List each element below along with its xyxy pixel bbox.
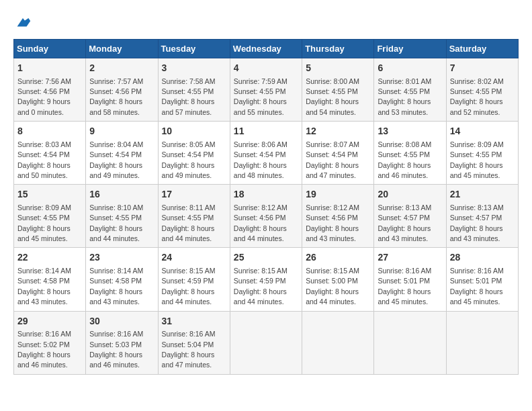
day-number: 18 bbox=[234, 188, 298, 201]
calendar-cell: 9Sunrise: 8:04 AMSunset: 4:54 PMDaylight… bbox=[86, 122, 158, 185]
calendar-cell: 18Sunrise: 8:12 AMSunset: 4:56 PMDayligh… bbox=[230, 185, 302, 248]
calendar-cell: 7Sunrise: 8:02 AMSunset: 4:55 PMDaylight… bbox=[446, 58, 518, 122]
logo bbox=[13, 13, 35, 32]
weekday-header-row: SundayMondayTuesdayWednesdayThursdayFrid… bbox=[14, 40, 519, 58]
day-number: 15 bbox=[17, 188, 82, 201]
calendar-cell: 19Sunrise: 8:12 AMSunset: 4:56 PMDayligh… bbox=[302, 185, 374, 248]
day-info: Sunrise: 8:04 AMSunset: 4:54 PMDaylight:… bbox=[89, 140, 143, 179]
week-row-5: 29Sunrise: 8:16 AMSunset: 5:02 PMDayligh… bbox=[14, 311, 519, 374]
day-number: 29 bbox=[17, 315, 82, 328]
calendar-table: SundayMondayTuesdayWednesdayThursdayFrid… bbox=[13, 39, 519, 375]
day-number: 11 bbox=[234, 125, 298, 138]
week-row-4: 22Sunrise: 8:14 AMSunset: 4:58 PMDayligh… bbox=[14, 248, 519, 311]
calendar-cell: 25Sunrise: 8:15 AMSunset: 4:59 PMDayligh… bbox=[230, 248, 302, 311]
day-number: 31 bbox=[162, 315, 226, 328]
day-number: 25 bbox=[234, 251, 298, 265]
svg-marker-0 bbox=[17, 18, 31, 27]
calendar-cell: 17Sunrise: 8:11 AMSunset: 4:55 PMDayligh… bbox=[158, 185, 230, 248]
day-info: Sunrise: 7:56 AMSunset: 4:56 PMDaylight:… bbox=[17, 77, 71, 116]
day-info: Sunrise: 8:15 AMSunset: 4:59 PMDaylight:… bbox=[234, 267, 287, 306]
calendar-cell bbox=[302, 311, 374, 374]
day-number: 5 bbox=[306, 62, 370, 75]
day-info: Sunrise: 8:16 AMSunset: 5:01 PMDaylight:… bbox=[450, 267, 504, 306]
calendar-cell: 4Sunrise: 7:59 AMSunset: 4:55 PMDaylight… bbox=[230, 58, 302, 122]
calendar-cell: 24Sunrise: 8:15 AMSunset: 4:59 PMDayligh… bbox=[158, 248, 230, 311]
day-info: Sunrise: 8:03 AMSunset: 4:54 PMDaylight:… bbox=[17, 140, 71, 179]
day-info: Sunrise: 8:11 AMSunset: 4:55 PMDaylight:… bbox=[162, 203, 216, 242]
day-number: 24 bbox=[162, 251, 226, 265]
weekday-header-wednesday: Wednesday bbox=[230, 40, 302, 58]
day-number: 4 bbox=[234, 62, 298, 75]
day-info: Sunrise: 8:16 AMSunset: 5:03 PMDaylight:… bbox=[89, 330, 143, 369]
weekday-header-sunday: Sunday bbox=[14, 40, 86, 58]
logo-icon bbox=[13, 13, 32, 32]
calendar-cell: 22Sunrise: 8:14 AMSunset: 4:58 PMDayligh… bbox=[14, 248, 86, 311]
day-info: Sunrise: 8:14 AMSunset: 4:58 PMDaylight:… bbox=[89, 267, 143, 306]
calendar-cell: 16Sunrise: 8:10 AMSunset: 4:55 PMDayligh… bbox=[86, 185, 158, 248]
calendar-cell bbox=[230, 311, 302, 374]
calendar-cell: 6Sunrise: 8:01 AMSunset: 4:55 PMDaylight… bbox=[374, 58, 446, 122]
day-info: Sunrise: 8:07 AMSunset: 4:54 PMDaylight:… bbox=[306, 140, 359, 179]
weekday-header-monday: Monday bbox=[86, 40, 158, 58]
day-info: Sunrise: 8:02 AMSunset: 4:55 PMDaylight:… bbox=[450, 77, 504, 116]
calendar-cell: 13Sunrise: 8:08 AMSunset: 4:55 PMDayligh… bbox=[374, 122, 446, 185]
calendar-cell: 27Sunrise: 8:16 AMSunset: 5:01 PMDayligh… bbox=[374, 248, 446, 311]
day-number: 27 bbox=[378, 251, 442, 265]
day-info: Sunrise: 8:10 AMSunset: 4:55 PMDaylight:… bbox=[89, 203, 143, 242]
day-number: 30 bbox=[89, 315, 154, 328]
calendar-cell: 20Sunrise: 8:13 AMSunset: 4:57 PMDayligh… bbox=[374, 185, 446, 248]
week-row-1: 1Sunrise: 7:56 AMSunset: 4:56 PMDaylight… bbox=[14, 58, 519, 122]
week-row-3: 15Sunrise: 8:09 AMSunset: 4:55 PMDayligh… bbox=[14, 185, 519, 248]
day-info: Sunrise: 8:13 AMSunset: 4:57 PMDaylight:… bbox=[378, 203, 431, 242]
calendar-cell: 28Sunrise: 8:16 AMSunset: 5:01 PMDayligh… bbox=[446, 248, 518, 311]
calendar-cell: 29Sunrise: 8:16 AMSunset: 5:02 PMDayligh… bbox=[14, 311, 86, 374]
day-info: Sunrise: 8:00 AMSunset: 4:55 PMDaylight:… bbox=[306, 77, 359, 116]
day-number: 10 bbox=[162, 125, 226, 138]
calendar-cell: 31Sunrise: 8:16 AMSunset: 5:04 PMDayligh… bbox=[158, 311, 230, 374]
day-number: 22 bbox=[17, 251, 82, 265]
day-info: Sunrise: 8:15 AMSunset: 5:00 PMDaylight:… bbox=[306, 267, 359, 306]
calendar-cell: 5Sunrise: 8:00 AMSunset: 4:55 PMDaylight… bbox=[302, 58, 374, 122]
calendar-cell: 15Sunrise: 8:09 AMSunset: 4:55 PMDayligh… bbox=[14, 185, 86, 248]
day-number: 26 bbox=[306, 251, 370, 265]
day-number: 19 bbox=[306, 188, 370, 201]
day-number: 14 bbox=[450, 125, 515, 138]
day-info: Sunrise: 8:15 AMSunset: 4:59 PMDaylight:… bbox=[162, 267, 216, 306]
weekday-header-thursday: Thursday bbox=[302, 40, 374, 58]
calendar-cell bbox=[374, 311, 446, 374]
day-number: 12 bbox=[306, 125, 370, 138]
day-info: Sunrise: 8:01 AMSunset: 4:55 PMDaylight:… bbox=[378, 77, 431, 116]
day-number: 1 bbox=[17, 62, 82, 75]
day-info: Sunrise: 7:57 AMSunset: 4:56 PMDaylight:… bbox=[89, 77, 143, 116]
day-number: 6 bbox=[378, 62, 442, 75]
day-number: 16 bbox=[89, 188, 154, 201]
calendar-cell: 8Sunrise: 8:03 AMSunset: 4:54 PMDaylight… bbox=[14, 122, 86, 185]
calendar-cell: 2Sunrise: 7:57 AMSunset: 4:56 PMDaylight… bbox=[86, 58, 158, 122]
calendar-cell: 26Sunrise: 8:15 AMSunset: 5:00 PMDayligh… bbox=[302, 248, 374, 311]
day-number: 3 bbox=[162, 62, 226, 75]
day-number: 13 bbox=[378, 125, 442, 138]
weekday-header-tuesday: Tuesday bbox=[158, 40, 230, 58]
day-info: Sunrise: 8:09 AMSunset: 4:55 PMDaylight:… bbox=[450, 140, 504, 179]
day-info: Sunrise: 7:59 AMSunset: 4:55 PMDaylight:… bbox=[234, 77, 287, 116]
day-number: 7 bbox=[450, 62, 515, 75]
day-info: Sunrise: 8:16 AMSunset: 5:04 PMDaylight:… bbox=[162, 330, 216, 369]
day-number: 2 bbox=[89, 62, 154, 75]
calendar-body: 1Sunrise: 7:56 AMSunset: 4:56 PMDaylight… bbox=[14, 58, 519, 375]
day-info: Sunrise: 7:58 AMSunset: 4:55 PMDaylight:… bbox=[162, 77, 216, 116]
day-info: Sunrise: 8:14 AMSunset: 4:58 PMDaylight:… bbox=[17, 267, 71, 306]
calendar-cell: 14Sunrise: 8:09 AMSunset: 4:55 PMDayligh… bbox=[446, 122, 518, 185]
day-info: Sunrise: 8:16 AMSunset: 5:01 PMDaylight:… bbox=[378, 267, 431, 306]
day-info: Sunrise: 8:08 AMSunset: 4:55 PMDaylight:… bbox=[378, 140, 431, 179]
day-number: 21 bbox=[450, 188, 515, 201]
calendar-cell: 1Sunrise: 7:56 AMSunset: 4:56 PMDaylight… bbox=[14, 58, 86, 122]
calendar-cell: 11Sunrise: 8:06 AMSunset: 4:54 PMDayligh… bbox=[230, 122, 302, 185]
calendar-cell: 21Sunrise: 8:13 AMSunset: 4:57 PMDayligh… bbox=[446, 185, 518, 248]
calendar-cell: 30Sunrise: 8:16 AMSunset: 5:03 PMDayligh… bbox=[86, 311, 158, 374]
day-info: Sunrise: 8:13 AMSunset: 4:57 PMDaylight:… bbox=[450, 203, 504, 242]
week-row-2: 8Sunrise: 8:03 AMSunset: 4:54 PMDaylight… bbox=[14, 122, 519, 185]
day-number: 9 bbox=[89, 125, 154, 138]
calendar-cell bbox=[446, 311, 518, 374]
calendar-cell: 12Sunrise: 8:07 AMSunset: 4:54 PMDayligh… bbox=[302, 122, 374, 185]
day-info: Sunrise: 8:12 AMSunset: 4:56 PMDaylight:… bbox=[306, 203, 359, 242]
